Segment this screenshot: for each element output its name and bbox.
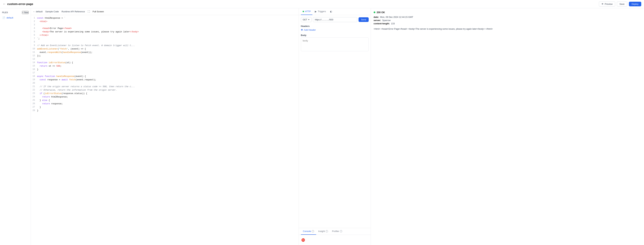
line-content: // If the origin server returns a status… [37,85,299,88]
add-header-button[interactable]: ✚ Add Header [301,28,316,31]
editor-toolbar: ← default Sample Code Runtime API Refere… [31,8,299,15]
line-number: 25 [31,99,37,102]
content-length-row: content-length: 133 [374,22,642,25]
sidebar-item-default[interactable]: 📄 default [0,15,31,20]
code-line: 24 return htmlResponse; [31,95,299,99]
code-line: 17 [31,71,299,75]
file-icon: 📄 [2,16,5,19]
line-content: return st >= 500; [37,64,299,68]
deploy-button[interactable]: Deploy [629,2,641,6]
method-label: GET [303,18,308,21]
topbar-right: 👁 Preview Save Deploy [599,1,641,6]
tab-http-label: HTTP [305,10,311,13]
line-number: 21 [31,85,37,88]
response-body: <html> <head>Error Page</head> <body>The… [374,27,642,31]
line-number: 9 [31,44,37,47]
line-number: 5 [31,30,37,33]
code-line: 5 <body>The server is experiencing some … [31,30,299,33]
line-content: <body>The server is experiencing some is… [37,30,299,33]
code-editor[interactable]: 1const htmlResponse = `2 <html>34 <head>… [31,15,299,245]
sample-code-link[interactable]: Sample Code [45,10,59,13]
line-content: } [37,109,299,112]
server-row: server: Sparrow [374,19,642,21]
topbar: ← custom-error-page 👁 Preview Save Deplo… [0,0,644,8]
line-content: const response = await fetch(event.reque… [37,78,299,82]
line-number: 26 [31,102,37,105]
server-label: server: [374,19,381,21]
code-line: 21 // If the origin server returns a sta… [31,85,299,88]
new-file-button[interactable]: + New [22,11,29,14]
line-number: 19 [31,78,37,81]
http-panel: HTTP ▶ Triggers ◐ GET ▼ Send He [299,8,371,245]
line-number: 15 [31,64,37,68]
left-arrow-icon: ← [33,10,35,13]
line-content: // Add an EventListener to listen to fet… [37,44,299,47]
project-title: custom-error-page [7,2,33,6]
panel-tabs: HTTP ▶ Triggers ◐ [299,8,371,15]
code-line: 15 return st >= 500; [31,64,299,68]
code-line: 27 } [31,106,299,109]
line-number: 28 [31,109,37,112]
line-number: 3 [31,23,37,26]
tab-profiler[interactable]: Profiler ? [330,228,344,235]
tab-http[interactable]: HTTP [301,8,312,15]
info-icon: ? [312,230,314,233]
preview-button[interactable]: 👁 Preview [599,1,615,6]
headers-label: Headers [301,25,369,27]
method-select[interactable]: GET ▼ [301,17,312,22]
fullscreen-button[interactable]: ⛶ [88,10,90,13]
line-number: 2 [31,20,37,23]
send-button[interactable]: Send [358,17,368,22]
code-line: 18async function handleResponse(event) { [31,75,299,78]
line-number: 20 [31,82,37,85]
line-content: if (isErrorStatus(response.status)) { [37,92,299,95]
back-button[interactable]: ← [3,2,6,6]
version-selector[interactable]: ← default [33,10,42,13]
status-code: 200 OK [377,11,385,14]
code-line: 13 [31,58,299,61]
response-panel: 200 OK date: Mon, 09 Dec 2024 12:44:15 G… [371,8,644,245]
code-line: 9// Add an EventListener to listen to fe… [31,44,299,47]
runtime-api-link[interactable]: Runtime API Reference [62,10,85,13]
tab-clock[interactable]: ◐ [328,8,334,15]
line-content: }); [37,54,299,58]
line-content: <head>Error Page</head> [37,27,299,30]
body-label: Body [301,34,369,36]
save-button[interactable]: Save [617,1,627,6]
code-line: 28} [31,109,299,112]
line-content: const htmlResponse = ` [37,16,299,20]
tab-triggers[interactable]: ▶ Triggers [313,8,328,15]
line-number: 10 [31,47,37,50]
line-number: 4 [31,27,37,30]
code-line: 14function isErrorStatus(st) { [31,61,299,64]
console-label: Console [303,230,311,233]
http-content: GET ▼ Send Headers ✚ Add Header Body [299,15,371,228]
code-line: 3 [31,23,299,27]
fullscreen-label: Full Screen [93,10,104,13]
line-content: return htmlResponse; [37,95,299,99]
line-number: 22 [31,88,37,92]
code-line: 7`; [31,37,299,40]
url-input[interactable] [313,17,357,22]
code-line: 6 </html> [31,33,299,37]
tab-insight[interactable]: Insight ? [316,228,330,235]
code-line: 16} [31,68,299,71]
console-tabs: Console ? Insight ? Profiler ? [299,228,371,235]
line-number: 24 [31,95,37,98]
line-content: } [37,106,299,109]
line-content: </html> [37,33,299,37]
line-number: 13 [31,58,37,61]
files-label: Files [2,11,8,14]
body-input[interactable] [301,37,369,51]
request-row: GET ▼ Send [301,17,369,22]
line-content: <html> [37,20,299,23]
line-number: 12 [31,54,37,57]
tab-console[interactable]: Console ? [301,228,316,235]
body-section: Body [301,34,369,52]
code-line: 1const htmlResponse = ` [31,16,299,20]
code-line: 22 // Otherwise, return the information … [31,88,299,92]
profiler-info-icon: ? [340,230,342,233]
code-line: 26 return response; [31,102,299,106]
triggers-icon: ▶ [315,10,317,13]
sidebar-header: Files + New [0,10,31,15]
